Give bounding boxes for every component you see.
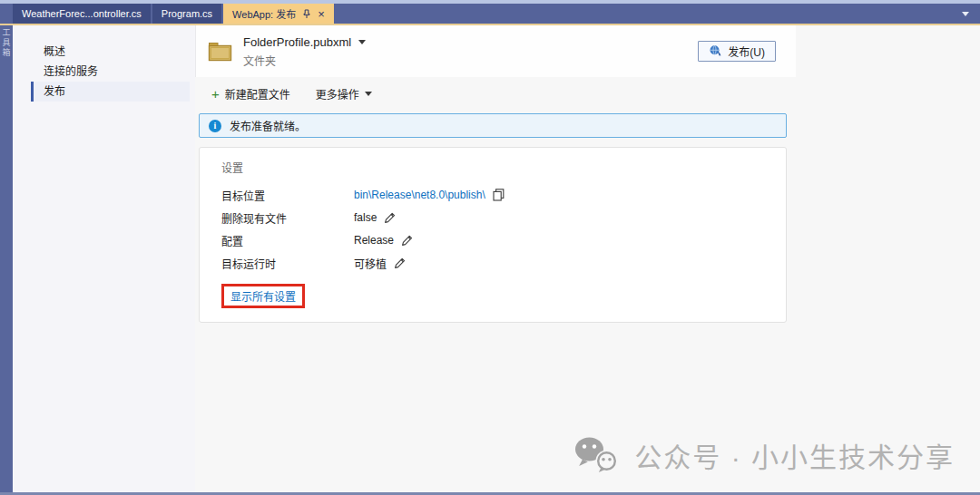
tab-webapp-publish[interactable]: WebApp: 发布 × (223, 4, 334, 24)
tab-weatherforecast-controller[interactable]: WeatherForec...ontroller.cs (13, 4, 151, 24)
edit-pencil-icon[interactable] (401, 235, 413, 247)
setting-row-configuration: 配置 Release (221, 232, 786, 248)
setting-label: 删除现有文件 (221, 210, 354, 226)
toolbox-vertical-tab[interactable]: 工具箱 (0, 25, 13, 495)
tab-list-chevron-down-icon[interactable] (962, 12, 969, 16)
show-all-settings-link[interactable]: 显示所有设置 (230, 291, 296, 304)
document-tab-bar: WeatherForec...ontroller.cs Program.cs W… (0, 4, 980, 24)
copy-icon[interactable] (493, 189, 505, 201)
profile-type-label: 文件夹 (243, 53, 366, 68)
tab-program-cs[interactable]: Program.cs (152, 4, 221, 24)
new-profile-label: 新建配置文件 (225, 86, 290, 102)
nav-item-overview[interactable]: 概述 (31, 42, 190, 62)
watermark-text: 公众号 · 小小生技术分享 (634, 435, 955, 475)
info-message: 发布准备就绪。 (230, 118, 306, 133)
folder-icon (208, 42, 232, 62)
tab-label: Program.cs (162, 8, 212, 19)
watermark: 公众号 · 小小生技术分享 (573, 435, 955, 475)
nav-item-label: 发布 (44, 85, 65, 98)
nav-item-publish[interactable]: 发布 (31, 82, 190, 102)
profile-actions-row: + 新建配置文件 更多操作 (211, 86, 980, 102)
setting-label: 目标位置 (221, 188, 354, 203)
more-actions-dropdown[interactable]: 更多操作 (316, 86, 372, 102)
publish-page: FolderProfile.pubxml 文件夹 发布(U) + 新建配置文件 (195, 25, 980, 495)
setting-row-target-location: 目标位置 bin\Release\net8.0\publish\ (221, 187, 786, 203)
setting-value: false (354, 211, 377, 224)
nav-item-label: 概述 (44, 45, 65, 58)
publish-button-label: 发布(U) (728, 44, 765, 59)
pin-icon[interactable] (302, 9, 311, 19)
setting-row-target-runtime: 目标运行时 可移植 (221, 255, 786, 271)
publish-profile-header: FolderProfile.pubxml 文件夹 发布(U) (195, 25, 796, 77)
edit-pencil-icon[interactable] (384, 212, 396, 224)
tab-label: WebApp: 发布 (232, 6, 296, 21)
setting-row-delete-existing-files: 删除现有文件 false (221, 209, 786, 226)
close-icon[interactable]: × (318, 8, 325, 20)
profile-name-dropdown[interactable]: FolderProfile.pubxml (243, 35, 351, 49)
info-icon: i (209, 120, 221, 132)
target-location-link[interactable]: bin\Release\net8.0\publish\ (354, 189, 485, 201)
settings-title: 设置 (221, 160, 786, 175)
more-actions-label: 更多操作 (316, 86, 359, 102)
setting-label: 配置 (221, 233, 354, 248)
publish-ready-info-bar: i 发布准备就绪。 (199, 113, 787, 138)
chevron-down-icon[interactable] (358, 40, 366, 44)
toolbox-vertical-label: 工具箱 (1, 28, 13, 495)
annotation-highlight-box: 显示所有设置 (221, 284, 305, 308)
edit-pencil-icon[interactable] (394, 257, 406, 269)
publish-button[interactable]: 发布(U) (698, 41, 776, 62)
setting-value: 可移植 (354, 256, 387, 271)
setting-value: Release (354, 234, 394, 247)
tab-label: WeatherForec...ontroller.cs (22, 8, 142, 19)
wechat-icon (573, 435, 621, 475)
setting-label: 目标运行时 (221, 256, 354, 271)
chevron-down-icon (365, 92, 372, 96)
new-profile-button[interactable]: + 新建配置文件 (211, 86, 290, 102)
settings-card: 设置 目标位置 bin\Release\net8.0\publish\ 删除现有… (199, 147, 787, 323)
nav-item-connected-services[interactable]: 连接的服务 (31, 62, 190, 82)
nav-item-label: 连接的服务 (44, 65, 98, 78)
plus-icon: + (211, 87, 220, 101)
publish-globe-icon (709, 44, 722, 58)
publish-nav-panel: 概述 连接的服务 发布 (13, 25, 195, 495)
